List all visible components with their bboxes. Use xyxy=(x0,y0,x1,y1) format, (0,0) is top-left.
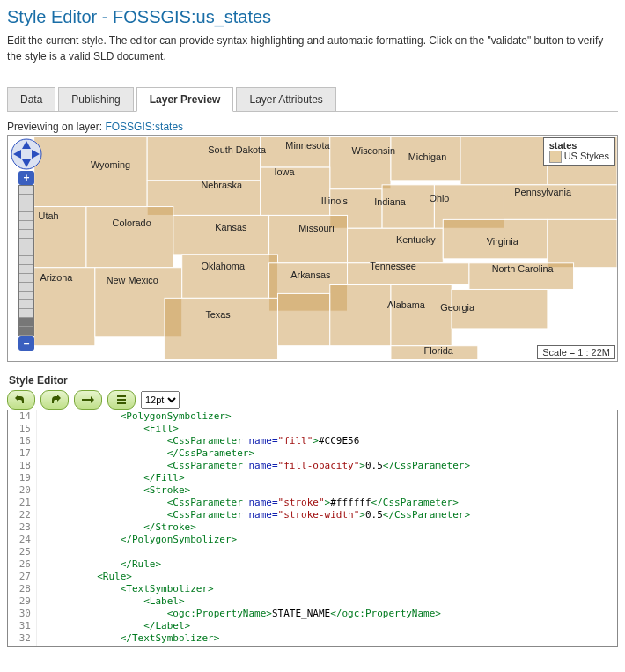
tab-layer-preview[interactable]: Layer Preview xyxy=(136,87,234,112)
svg-rect-28 xyxy=(330,285,391,346)
svg-text:Oklahoma: Oklahoma xyxy=(201,261,245,271)
svg-text:Illinois: Illinois xyxy=(321,196,349,206)
tab-layer-attributes[interactable]: Layer Attributes xyxy=(236,87,335,112)
svg-text:Georgia: Georgia xyxy=(440,302,475,313)
svg-text:Texas: Texas xyxy=(205,309,231,320)
map-canvas[interactable]: WyomingSouth DakotaMinnesotaIowaWisconsi… xyxy=(8,136,617,361)
svg-text:Iowa: Iowa xyxy=(275,166,296,177)
style-editor-title: Style Editor xyxy=(9,374,618,387)
svg-text:Utah: Utah xyxy=(39,210,59,221)
zoom-out-button[interactable]: – xyxy=(18,336,34,351)
svg-text:Pennsylvania: Pennsylvania xyxy=(514,187,572,197)
tab-bar: DataPublishingLayer PreviewLayer Attribu… xyxy=(7,87,618,112)
preview-layer-line: Previewing on layer: FOSSGIS:states xyxy=(7,121,618,133)
preview-layer-link[interactable]: FOSSGIS:states xyxy=(105,121,183,133)
svg-rect-67 xyxy=(117,402,126,404)
svg-text:Missouri: Missouri xyxy=(298,223,334,233)
svg-rect-27 xyxy=(277,293,329,345)
font-size-select[interactable]: 12pt xyxy=(141,391,180,409)
page-description: Edit the current style. The editor can p… xyxy=(7,33,618,64)
zoom-control[interactable]: + – xyxy=(18,171,34,351)
legend-item: US Stykes xyxy=(564,151,609,161)
undo-button[interactable] xyxy=(7,390,35,410)
svg-text:Indiana: Indiana xyxy=(374,196,407,207)
preview-prefix: Previewing on layer: xyxy=(7,121,105,133)
svg-text:Wisconsin: Wisconsin xyxy=(351,145,394,156)
svg-text:Wyoming: Wyoming xyxy=(91,159,130,170)
svg-text:New Mexico: New Mexico xyxy=(107,275,158,285)
map-legend: states US Stykes xyxy=(543,137,615,166)
legend-title: states xyxy=(549,140,609,151)
map-preview[interactable]: WyomingSouth DakotaMinnesotaIowaWisconsi… xyxy=(7,135,618,362)
svg-rect-19 xyxy=(548,219,617,267)
svg-text:Michigan: Michigan xyxy=(408,151,446,162)
svg-text:Tennessee: Tennessee xyxy=(370,261,416,271)
svg-rect-66 xyxy=(117,399,126,401)
svg-text:Nebraska: Nebraska xyxy=(201,180,242,190)
svg-rect-14 xyxy=(86,207,173,268)
redo-button[interactable] xyxy=(40,390,69,410)
svg-rect-26 xyxy=(165,298,278,359)
svg-rect-5 xyxy=(460,137,548,184)
page-title: Style Editor - FOSSGIS:us_states xyxy=(7,7,618,27)
svg-text:Minnesota: Minnesota xyxy=(285,140,330,151)
goto-line-button[interactable] xyxy=(74,390,102,410)
svg-rect-65 xyxy=(117,395,126,397)
zoom-slider[interactable] xyxy=(18,185,34,336)
tab-data[interactable]: Data xyxy=(7,87,55,112)
svg-rect-1 xyxy=(147,137,261,180)
pan-control[interactable] xyxy=(11,138,42,170)
svg-text:North Carolina: North Carolina xyxy=(492,263,555,274)
svg-text:South Dakota: South Dakota xyxy=(208,144,267,155)
reformat-button[interactable] xyxy=(107,390,136,410)
svg-text:Virginia: Virginia xyxy=(487,236,519,247)
map-scale: Scale = 1 : 22M xyxy=(537,345,615,359)
svg-text:Ohio: Ohio xyxy=(429,193,449,203)
svg-rect-0 xyxy=(34,137,148,206)
svg-text:Arkansas: Arkansas xyxy=(290,270,331,280)
editor-toolbar: 12pt xyxy=(7,390,618,410)
code-editor[interactable]: 14 <PolygonSymbolizer>15 <Fill>16 <CssPa… xyxy=(7,410,618,647)
svg-text:Colorado: Colorado xyxy=(113,218,151,228)
svg-text:Alabama: Alabama xyxy=(387,299,426,310)
svg-text:Arizona: Arizona xyxy=(40,272,74,283)
legend-swatch xyxy=(549,151,562,163)
svg-text:Florida: Florida xyxy=(424,345,454,356)
svg-rect-29 xyxy=(391,285,452,346)
tab-publishing[interactable]: Publishing xyxy=(58,87,133,112)
svg-rect-15 xyxy=(173,215,269,254)
zoom-in-button[interactable]: + xyxy=(18,171,34,185)
svg-rect-8 xyxy=(261,167,330,215)
svg-text:Kansas: Kansas xyxy=(215,222,247,233)
svg-text:Kentucky: Kentucky xyxy=(396,234,436,245)
